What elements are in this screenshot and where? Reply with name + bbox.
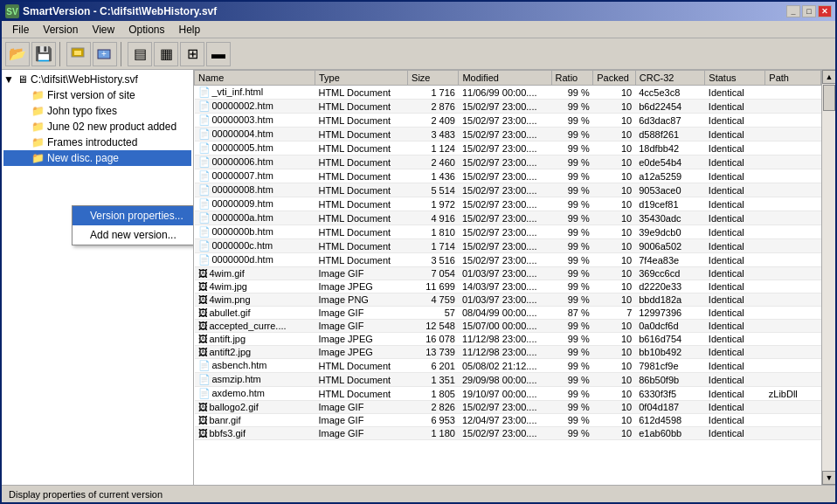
tree-item-1[interactable]: 📁 John typo fixes: [3, 103, 191, 119]
extract-button[interactable]: [66, 42, 91, 66]
file-icon: 🖼: [198, 294, 208, 305]
table-row[interactable]: 📄0000000c.htm HTML Document 1 714 15/02/…: [195, 239, 821, 253]
table-row[interactable]: 📄00000006.htm HTML Document 2 460 15/02/…: [195, 155, 821, 169]
table-row[interactable]: 📄_vti_inf.html HTML Document 1 716 11/06…: [195, 86, 821, 100]
table-row[interactable]: 📄00000009.htm HTML Document 1 972 15/02/…: [195, 197, 821, 211]
scroll-thumb[interactable]: [823, 85, 835, 111]
table-row[interactable]: 🖼abullet.gif Image GIF 57 08/04/99 00:00…: [195, 307, 821, 320]
table-row[interactable]: 🖼4wim.jpg Image JPEG 11 699 14/03/97 23:…: [195, 280, 821, 293]
minimize-button[interactable]: _: [786, 5, 800, 17]
add-button[interactable]: +: [93, 42, 117, 66]
cell-crc: 7f4ea83e: [635, 253, 705, 267]
menu-view[interactable]: View: [85, 22, 121, 38]
table-row[interactable]: 📄00000003.htm HTML Document 2 409 15/02/…: [195, 114, 821, 128]
col-header-type[interactable]: Type: [315, 71, 407, 86]
tree-item-2[interactable]: 📁 June 02 new product added: [3, 119, 191, 135]
scroll-down-button[interactable]: ▼: [822, 471, 835, 485]
scroll-up-button[interactable]: ▲: [822, 70, 835, 84]
cell-name: 📄00000008.htm: [195, 183, 315, 197]
tree-item-0[interactable]: 📁 First version of site: [3, 87, 191, 103]
table-row[interactable]: 📄0000000d.htm HTML Document 3 516 15/02/…: [195, 253, 821, 267]
cell-packed: 10: [593, 427, 635, 440]
table-row[interactable]: 📄00000008.htm HTML Document 5 514 15/02/…: [195, 183, 821, 197]
table-row[interactable]: 🖼antift2.jpg Image JPEG 13 739 11/12/98 …: [195, 346, 821, 359]
cell-modified: 15/02/97 23:00....: [459, 128, 551, 142]
table-row[interactable]: 📄00000002.htm HTML Document 2 876 15/02/…: [195, 100, 821, 114]
cell-packed: 10: [593, 225, 635, 239]
cell-status: Identical: [705, 183, 765, 197]
file-list-scroll[interactable]: Name Type Size Modified Ratio Packed CRC…: [194, 70, 821, 485]
table-row[interactable]: 🖼ballogo2.gif Image GIF 2 826 15/02/97 2…: [195, 401, 821, 414]
col-header-ratio[interactable]: Ratio: [551, 71, 593, 86]
cell-name: 📄axdemo.htm: [195, 387, 315, 401]
cell-status: Identical: [705, 387, 765, 401]
save-button[interactable]: 💾: [31, 42, 56, 66]
menu-file[interactable]: File: [5, 22, 36, 38]
cell-status: Identical: [705, 155, 765, 169]
view2-button[interactable]: ▦: [154, 42, 178, 66]
cell-path: [765, 211, 821, 225]
table-row[interactable]: 📄axdemo.htm HTML Document 1 805 19/10/97…: [195, 387, 821, 401]
app-icon: SV: [5, 4, 19, 18]
cell-type: Image JPEG: [315, 333, 407, 346]
col-header-name[interactable]: Name: [195, 71, 315, 86]
view3-button[interactable]: ⊞: [180, 42, 204, 66]
context-menu-item-0[interactable]: Version properties...: [73, 206, 194, 225]
table-row[interactable]: 📄00000004.htm HTML Document 3 483 15/02/…: [195, 128, 821, 142]
context-menu-item-1[interactable]: Add new version...: [73, 225, 194, 245]
cell-ratio: 99 %: [551, 373, 593, 387]
cell-packed: 10: [593, 401, 635, 414]
col-header-status[interactable]: Status: [705, 71, 765, 86]
table-row[interactable]: 📄00000007.htm HTML Document 1 436 15/02/…: [195, 169, 821, 183]
cell-path: [765, 414, 821, 427]
cell-name: 🖼4wim.gif: [195, 267, 315, 280]
cell-type: HTML Document: [315, 359, 407, 373]
cell-type: HTML Document: [315, 387, 407, 401]
col-header-path[interactable]: Path: [765, 71, 821, 86]
col-header-packed[interactable]: Packed: [593, 71, 635, 86]
cell-name: 🖼antift.jpg: [195, 333, 315, 346]
menu-help[interactable]: Help: [172, 22, 208, 38]
maximize-button[interactable]: □: [802, 5, 816, 17]
col-header-crc[interactable]: CRC-32: [635, 71, 705, 86]
cell-crc: 612d4598: [635, 414, 705, 427]
table-row[interactable]: 📄0000000b.htm HTML Document 1 810 15/02/…: [195, 225, 821, 239]
open-button[interactable]: 📂: [5, 42, 30, 66]
table-row[interactable]: 📄0000000a.htm HTML Document 4 916 15/02/…: [195, 211, 821, 225]
cell-modified: 01/03/97 23:00....: [459, 293, 551, 307]
tree-item-4[interactable]: 📁 New disc. page: [3, 150, 191, 166]
tree-panel: ▼ 🖥 C:\difsit\WebHistory.svf 📁 First ver…: [2, 70, 194, 485]
table-row[interactable]: 🖼banr.gif Image GIF 6 953 12/04/97 23:00…: [195, 414, 821, 427]
col-header-modified[interactable]: Modified: [459, 71, 551, 86]
menu-options[interactable]: Options: [121, 22, 171, 38]
scrollbar-right[interactable]: ▲ ▼: [821, 70, 835, 485]
cell-size: 1 436: [408, 169, 459, 183]
view1-button[interactable]: ▤: [128, 42, 152, 66]
table-row[interactable]: 📄00000005.htm HTML Document 1 124 15/02/…: [195, 142, 821, 155]
cell-ratio: 99 %: [551, 333, 593, 346]
cell-ratio: 99 %: [551, 211, 593, 225]
cell-ratio: 99 %: [551, 280, 593, 293]
cell-type: HTML Document: [315, 239, 407, 253]
file-icon: 📄: [198, 170, 211, 181]
cell-packed: 10: [593, 359, 635, 373]
table-row[interactable]: 🖼4wim.png Image PNG 4 759 01/03/97 23:00…: [195, 293, 821, 307]
table-row[interactable]: 🖼bbfs3.gif Image GIF 1 180 15/02/97 23:0…: [195, 427, 821, 440]
cell-crc: a12a5259: [635, 169, 705, 183]
cell-type: Image GIF: [315, 414, 407, 427]
view4-button[interactable]: ▬: [206, 42, 231, 66]
menu-version[interactable]: Version: [36, 22, 85, 38]
table-row[interactable]: 🖼accepted_curre.... Image GIF 12 548 15/…: [195, 320, 821, 333]
col-header-size[interactable]: Size: [408, 71, 459, 86]
cell-packed: 10: [593, 320, 635, 333]
close-button[interactable]: ✕: [818, 5, 832, 17]
tree-root[interactable]: ▼ 🖥 C:\difsit\WebHistory.svf: [3, 72, 191, 87]
table-row[interactable]: 📄asmzip.htm HTML Document 1 351 29/09/98…: [195, 373, 821, 387]
cell-status: Identical: [705, 239, 765, 253]
table-row[interactable]: 🖼4wim.gif Image GIF 7 054 01/03/97 23:00…: [195, 267, 821, 280]
svg-rect-1: [74, 51, 81, 55]
scroll-track[interactable]: [822, 84, 835, 471]
table-row[interactable]: 📄asbench.htm HTML Document 6 201 05/08/0…: [195, 359, 821, 373]
tree-item-3[interactable]: 📁 Frames introducted: [3, 135, 191, 150]
table-row[interactable]: 🖼antift.jpg Image JPEG 16 078 11/12/98 2…: [195, 333, 821, 346]
